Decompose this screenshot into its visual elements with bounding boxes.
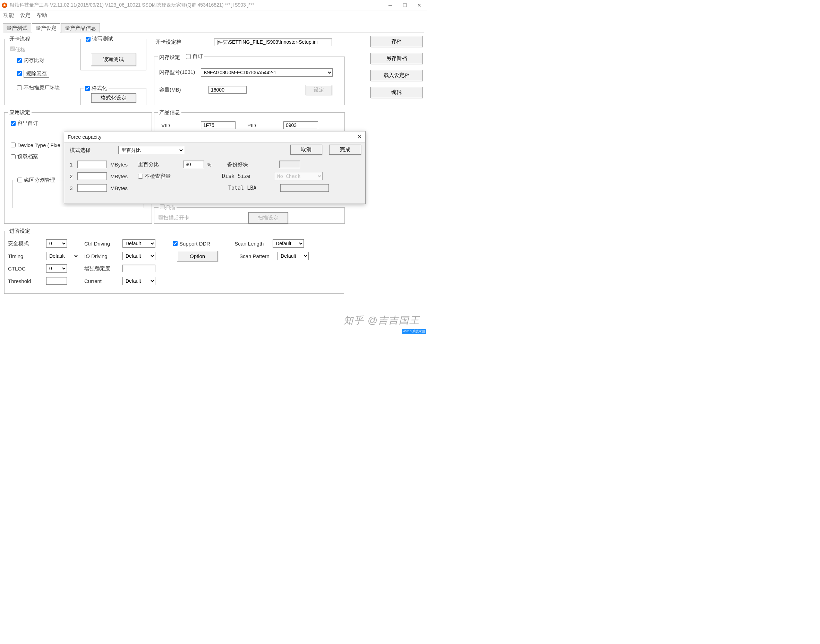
lbl-row1: 1 bbox=[70, 162, 75, 167]
input-stability[interactable] bbox=[123, 265, 155, 272]
btn-edit[interactable]: 编辑 bbox=[370, 87, 422, 98]
sel-io-driving[interactable]: Default bbox=[123, 252, 155, 260]
input-backup bbox=[279, 161, 300, 168]
lbl-row2: 2 bbox=[70, 173, 75, 179]
btn-done[interactable]: 完成 bbox=[329, 145, 361, 155]
chk-flash-compare[interactable]: 闪存比对 bbox=[17, 57, 45, 64]
chk-format[interactable]: 格式化 bbox=[85, 85, 107, 92]
sel-mode[interactable]: 里百分比 bbox=[118, 146, 184, 154]
input-mb1[interactable] bbox=[77, 161, 107, 168]
input-setting-file[interactable] bbox=[214, 38, 332, 46]
lbl-current: Current bbox=[84, 278, 123, 284]
group-rw-test: 读写测试 读写测试 bbox=[80, 36, 146, 71]
lbl-capacity: 容量(MB) bbox=[159, 87, 201, 93]
chk-nocheck-cap[interactable]: 不检查容量 bbox=[138, 173, 170, 179]
sel-ctrl-driving[interactable]: Default bbox=[123, 239, 155, 248]
dialog-close-icon[interactable]: ✕ bbox=[357, 133, 362, 140]
tab-bar: 量产测试 量产设定 量产产品信息 bbox=[0, 20, 427, 32]
input-total-lba bbox=[280, 184, 329, 192]
lbl-row3: 3 bbox=[70, 185, 75, 191]
lbl-backup: 备份好块 bbox=[227, 161, 262, 168]
chk-partition[interactable]: 磁区分割管理 bbox=[17, 177, 55, 184]
sel-timing[interactable]: Default bbox=[46, 252, 79, 260]
maximize-icon[interactable]: ☐ bbox=[402, 3, 407, 8]
btn-load[interactable]: 载入设定档 bbox=[370, 70, 422, 81]
input-threshold[interactable] bbox=[46, 277, 67, 285]
svg-point-1 bbox=[3, 4, 6, 6]
chk-erase-flash[interactable]: 擦除闪存 bbox=[17, 70, 49, 78]
lbl-vid: VID bbox=[161, 123, 182, 128]
lbl-io-driving: IO Driving bbox=[84, 253, 123, 259]
minimize-icon[interactable]: ─ bbox=[388, 3, 393, 8]
lbl-scan-pattern: Scan Pattern bbox=[240, 253, 278, 259]
lbl-percent: 里百分比 bbox=[138, 161, 166, 168]
lbl-disksize: Disk Size bbox=[222, 173, 260, 179]
input-percent[interactable] bbox=[183, 161, 204, 168]
group-scan: 扫描 扫描后开卡 扫描设定 bbox=[154, 204, 345, 224]
btn-scan-setting: 扫描设定 bbox=[248, 212, 288, 224]
input-mb3[interactable] bbox=[77, 184, 107, 192]
btn-option[interactable]: Option bbox=[177, 251, 218, 262]
group-format: 格式化 格式化设定 bbox=[80, 85, 146, 105]
lbl-timing: Timing bbox=[8, 253, 46, 259]
tab-mp-test[interactable]: 量产测试 bbox=[3, 23, 31, 33]
btn-save-as[interactable]: 另存新档 bbox=[370, 53, 422, 64]
close-icon[interactable]: ✕ bbox=[417, 3, 422, 8]
btn-rw-test[interactable]: 读写测试 bbox=[91, 53, 136, 66]
input-mb2[interactable] bbox=[77, 172, 107, 180]
menu-function[interactable]: 功能 bbox=[3, 12, 14, 19]
window-title: 银灿科技量产工具 V2.11.02.11(2015/09/21) V123_06… bbox=[10, 2, 388, 8]
btn-save[interactable]: 存档 bbox=[370, 36, 422, 47]
chk-scan: 扫描 bbox=[160, 204, 175, 211]
chk-support-ddr[interactable]: Support DDR bbox=[173, 241, 210, 247]
titlebar: 银灿科技量产工具 V2.11.02.11(2015/09/21) V123_06… bbox=[0, 0, 427, 11]
watermark: 知乎 @吉吉国王 bbox=[343, 314, 420, 327]
btn-flash-set: 设定 bbox=[306, 85, 332, 95]
chk-lowformat: 低格 bbox=[10, 46, 25, 53]
menu-settings[interactable]: 设定 bbox=[20, 12, 31, 19]
sel-disksize: No Check bbox=[274, 172, 322, 180]
chk-flash-custom[interactable]: 自订 bbox=[186, 53, 203, 60]
menu-help[interactable]: 帮助 bbox=[37, 12, 47, 19]
lbl-total-lba: Total LBA bbox=[228, 185, 266, 191]
group-app-title: 应用设定 bbox=[8, 109, 32, 116]
btn-cancel[interactable]: 取消 bbox=[290, 145, 322, 155]
dialog-title: Force capacity bbox=[68, 134, 101, 140]
sel-ctloc[interactable]: 0 bbox=[46, 264, 67, 273]
lbl-scan-length: Scan Length bbox=[235, 241, 273, 247]
input-vid[interactable] bbox=[201, 121, 235, 129]
sel-current[interactable]: Default bbox=[123, 277, 155, 285]
sel-scan-pattern[interactable]: Default bbox=[278, 252, 309, 260]
window-controls: ─ ☐ ✕ bbox=[388, 3, 425, 8]
chk-preload[interactable]: 预载档案 bbox=[11, 153, 38, 160]
btn-format-setting[interactable]: 格式化设定 bbox=[91, 93, 136, 103]
group-card-flow-title: 开卡流程 bbox=[8, 36, 32, 42]
lbl-ctloc: CTLOC bbox=[8, 266, 46, 271]
lbl-threshold: Threshold bbox=[8, 278, 46, 284]
group-card-flow: 开卡流程 低格 闪存比对 擦除闪存 不扫描原厂坏块 bbox=[4, 36, 75, 105]
chk-noscan-bad[interactable]: 不扫描原厂坏块 bbox=[17, 84, 60, 91]
select-flash-model[interactable]: K9FAG08U0M-ECD5106A5442-1 bbox=[201, 68, 333, 77]
chk-device-type[interactable]: Device Type ( Fixe bbox=[11, 142, 60, 148]
right-button-column: 存档 另存新档 载入设定档 编辑 bbox=[370, 36, 422, 98]
lbl-stability: 增强稳定度 bbox=[84, 265, 123, 272]
chk-rw-test[interactable]: 读写测试 bbox=[86, 36, 113, 42]
group-product-title: 产品信息 bbox=[158, 109, 181, 116]
lbl-flash-model: 闪存型号(1031) bbox=[159, 69, 201, 76]
chk-capacity-custom[interactable]: 容里自订 bbox=[11, 120, 38, 127]
corner-badge: Win10 系统家园 bbox=[402, 329, 426, 334]
app-icon bbox=[2, 2, 8, 8]
lbl-mode-select: 模式选择 bbox=[70, 147, 101, 153]
group-adv-title: 进阶设定 bbox=[8, 228, 32, 235]
group-advanced: 进阶设定 安全模式 0 Ctrl Driving Default Support… bbox=[4, 228, 344, 294]
sel-scan-length[interactable]: Default bbox=[273, 239, 304, 248]
lbl-setting-file: 开卡设定档 bbox=[155, 39, 181, 45]
chk-scan-after: 扫描后开卡 bbox=[158, 215, 189, 221]
tab-mp-setting[interactable]: 量产设定 bbox=[32, 23, 60, 33]
tab-mp-product[interactable]: 量产产品信息 bbox=[61, 23, 100, 33]
input-capacity[interactable] bbox=[209, 86, 247, 94]
sel-safe-mode[interactable]: 0 bbox=[46, 239, 67, 248]
lbl-pid: PID bbox=[247, 123, 265, 128]
input-pid[interactable] bbox=[283, 121, 318, 129]
dialog-force-capacity: Force capacity ✕ 取消 完成 模式选择 里百分比 1 MByte… bbox=[64, 131, 365, 204]
